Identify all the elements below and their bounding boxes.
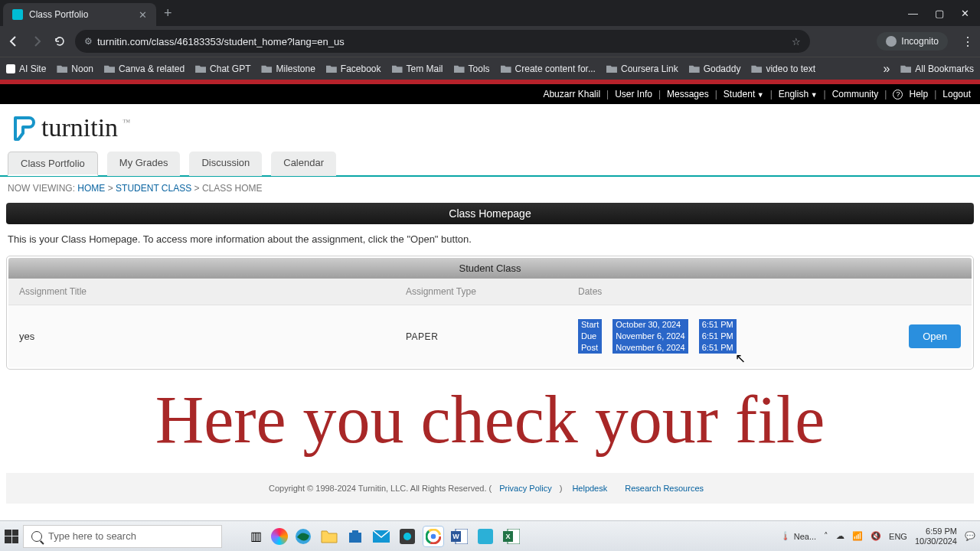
tab-discussion[interactable]: Discussion <box>189 152 262 176</box>
logo-row: turnitin ™ <box>0 104 980 152</box>
bookmarks-overflow-icon[interactable]: » <box>883 62 890 76</box>
all-bookmarks-button[interactable]: All Bookmarks <box>900 64 974 74</box>
user-name-link[interactable]: Abuzarr Khalil <box>543 89 600 99</box>
folder-icon <box>326 64 337 73</box>
bookmark-item[interactable]: Coursera Link <box>606 64 678 74</box>
tab-calendar[interactable]: Calendar <box>271 152 336 176</box>
start-button[interactable] <box>5 530 18 543</box>
logout-link[interactable]: Logout <box>942 89 971 99</box>
svg-text:X: X <box>505 533 510 540</box>
tab-class-portfolio[interactable]: Class Portfolio <box>8 152 98 176</box>
col-title: Assignment Title <box>19 286 406 297</box>
bookmark-item[interactable]: Tem Mail <box>392 64 443 74</box>
bookmark-item[interactable]: AI Site <box>6 64 46 74</box>
close-window-icon[interactable]: ✕ <box>961 8 969 19</box>
community-link[interactable]: Community <box>832 89 879 99</box>
ms-store-icon[interactable] <box>345 526 366 547</box>
folder-icon <box>454 64 465 73</box>
search-icon <box>31 531 42 542</box>
clock[interactable]: 6:59 PM 10/30/2024 <box>915 527 957 546</box>
trademark-icon: ™ <box>122 118 130 126</box>
page-tabs: Class Portfolio My Grades Discussion Cal… <box>0 152 980 177</box>
window-controls: — ▢ ✕ <box>908 8 977 19</box>
folder-icon <box>392 64 403 73</box>
bookmark-item[interactable]: Canva & related <box>104 64 185 74</box>
role-dropdown[interactable]: Student <box>724 89 764 99</box>
open-button[interactable]: Open <box>909 324 961 348</box>
section-header: Class Homepage <box>6 203 974 224</box>
language-indicator[interactable]: ENG <box>889 532 907 541</box>
incognito-icon <box>886 36 897 47</box>
privacy-link[interactable]: Privacy Policy <box>499 484 551 493</box>
address-bar-row: ⚙ turnitin.com/class/46183353/student_ho… <box>0 26 980 57</box>
help-icon: ? <box>893 90 903 99</box>
browser-tabstrip: Class Portfolio ✕ + — ▢ ✕ <box>0 0 980 26</box>
notifications-icon[interactable]: 💬 <box>965 531 975 541</box>
folder-icon <box>104 64 115 73</box>
wifi-icon[interactable]: 📶 <box>852 531 863 541</box>
task-view-icon[interactable]: ▥ <box>245 526 266 547</box>
date-labels: Start Due Post <box>578 319 602 354</box>
svg-point-5 <box>403 533 411 540</box>
windows-taskbar: Type here to search ▥ W X 🌡️Nea... ˄ ☁ 📶… <box>0 520 980 551</box>
page-content: Abuzarr Khalil| User Info| Messages| Stu… <box>0 80 980 373</box>
page-footer: Copyright © 1998-2024 Turnitin, LLC. All… <box>6 473 974 504</box>
turnitin-logo[interactable]: turnitin ™ <box>12 113 130 142</box>
taskbar-search[interactable]: Type here to search <box>23 525 222 548</box>
bookmark-item[interactable]: Godaddy <box>689 64 741 74</box>
breadcrumb-student-class[interactable]: STUDENT CLASS <box>116 183 191 194</box>
site-settings-icon[interactable]: ⚙ <box>84 36 93 47</box>
edge-icon[interactable] <box>292 526 314 547</box>
dates-block: Start Due Post October 30, 2024 November… <box>578 319 900 354</box>
forward-button[interactable] <box>29 34 44 49</box>
onedrive-icon[interactable]: ☁ <box>836 531 844 541</box>
table-header-row: Assignment Title Assignment Type Dates <box>8 279 972 305</box>
messages-link[interactable]: Messages <box>667 89 709 99</box>
bookmark-item[interactable]: Chat GPT <box>195 64 250 74</box>
tab-close-icon[interactable]: ✕ <box>139 9 147 21</box>
folder-icon <box>689 64 700 73</box>
weather-widget[interactable]: 🌡️Nea... <box>780 531 816 541</box>
back-button[interactable] <box>6 34 21 49</box>
browser-menu-icon[interactable]: ⋮ <box>962 34 974 49</box>
research-link[interactable]: Research Resources <box>625 484 704 493</box>
copilot-icon[interactable] <box>271 528 288 545</box>
minimize-icon[interactable]: — <box>908 8 918 19</box>
chrome-icon[interactable] <box>423 526 444 547</box>
address-bar[interactable]: ⚙ turnitin.com/class/46183353/student_ho… <box>75 30 810 53</box>
bookmark-item[interactable]: video to text <box>751 64 815 74</box>
date-times: 6:51 PM 6:51 PM 6:51 PM <box>699 319 737 354</box>
mail-icon[interactable] <box>371 526 392 547</box>
breadcrumb: NOW VIEWING: HOME > STUDENT CLASS > CLAS… <box>0 177 980 200</box>
browser-tab[interactable]: Class Portfolio ✕ <box>3 3 156 26</box>
bookmark-item[interactable]: Noon <box>57 64 93 74</box>
new-tab-button[interactable]: + <box>164 5 172 21</box>
assignment-title: yes <box>19 331 406 342</box>
maximize-icon[interactable]: ▢ <box>935 8 944 19</box>
svg-rect-15 <box>478 529 493 544</box>
bookmark-star-icon[interactable]: ☆ <box>792 36 801 47</box>
volume-icon[interactable]: 🔇 <box>871 531 881 541</box>
helpdesk-link[interactable]: Helpdesk <box>572 484 607 493</box>
excel-icon[interactable]: X <box>501 526 522 547</box>
word-icon[interactable]: W <box>449 526 470 547</box>
tray-chevron-icon[interactable]: ˄ <box>824 531 828 541</box>
table-title: Student Class <box>8 258 972 279</box>
file-explorer-icon[interactable] <box>318 526 340 547</box>
app2-icon[interactable] <box>475 526 496 547</box>
breadcrumb-home[interactable]: HOME <box>77 183 105 194</box>
bookmark-item[interactable]: Tools <box>454 64 490 74</box>
language-dropdown[interactable]: English <box>779 89 818 99</box>
user-info-link[interactable]: User Info <box>615 89 652 99</box>
reload-button[interactable] <box>52 34 67 49</box>
bookmark-item[interactable]: Facebook <box>326 64 381 74</box>
incognito-badge[interactable]: Incognito <box>877 32 948 51</box>
tab-my-grades[interactable]: My Grades <box>107 152 181 176</box>
app-icon[interactable] <box>397 526 418 547</box>
bookmark-item[interactable]: Milestone <box>261 64 315 74</box>
folder-icon <box>261 64 272 73</box>
logo-text: turnitin <box>41 113 118 142</box>
help-link[interactable]: Help <box>909 89 928 99</box>
bookmark-item[interactable]: Create content for... <box>501 64 596 74</box>
site-favicon-icon <box>12 9 23 20</box>
